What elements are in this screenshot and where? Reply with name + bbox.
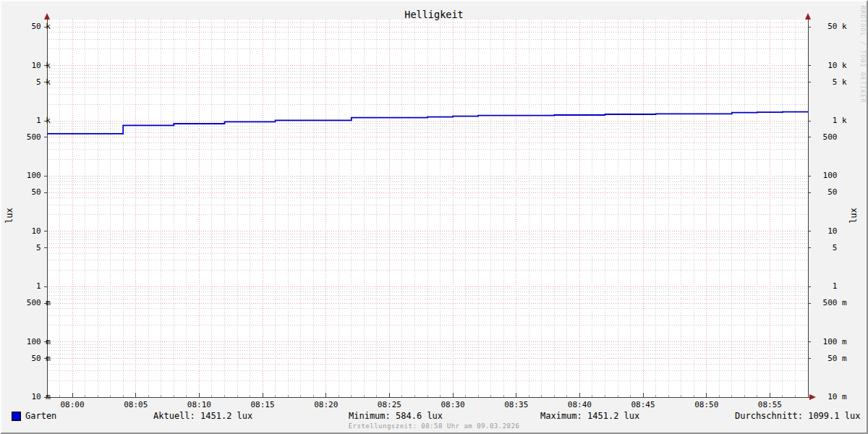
stat-aktuell: Aktuell: 1451.2 lux [153,411,252,421]
stat-durchschnitt: Durchschnitt: 1099.1 lux [735,411,860,421]
legend-color-swatch [12,412,21,421]
rrdtool-graph: Helligkeit lux lux RRDTOOL / TOBI OETIKE… [0,0,868,434]
y-tick-label-left: 50 m [20,354,51,364]
x-tick-label: 08:35 [495,400,538,410]
y-tick-label-left: 5 k [20,77,51,88]
y-tick-label-right: 100 m [818,337,851,347]
x-tick-label: 08:25 [367,400,411,410]
y-tick-label-left: 10 k [20,61,51,71]
y-tick-label-right: 50 [818,187,851,197]
chart-title: Helligkeit [1,9,867,20]
y-tick-label-right: 50 m [818,354,851,364]
stat-maximum-label: Maximum: [540,411,582,421]
stat-minimum-value: 584.6 lux [396,411,443,421]
stat-minimum-label: Minimum: [349,411,391,421]
y-tick-label-right: 5 k [818,77,851,88]
y-tick-label-left: 100 m [20,337,51,347]
x-tick-label: 08:30 [431,400,475,410]
y-tick-label-right: 10 m [818,392,851,402]
stat-durchschnitt-value: 1099.1 lux [808,411,860,421]
legend-and-stats-row: Garten Aktuell: 1451.2 lux Minimum: 584.… [1,410,867,422]
x-tick-label: 08:00 [51,400,94,410]
x-tick-label: 08:55 [748,400,791,410]
y-tick-label-left: 10 m [20,392,51,402]
x-tick-label: 08:45 [621,400,665,410]
y-axis-label-left: lux [5,208,14,224]
y-tick-label-left: 5 [20,243,51,253]
y-tick-label-right: 10 [818,226,851,237]
stat-aktuell-value: 1451.2 lux [200,411,252,421]
y-tick-label-right: 50 k [818,22,851,32]
x-tick-label: 08:50 [685,400,728,410]
x-tick-label: 08:15 [241,400,284,410]
generation-timestamp: Erstellungszeit: 08:58 Uhr am 09.03.2026 [1,422,867,430]
y-tick-label-left: 1 k [20,116,51,126]
y-tick-label-left: 50 [20,187,51,197]
legend-series-label: Garten [25,411,56,421]
y-tick-label-left: 100 [20,171,51,181]
y-tick-label-left: 1 [20,281,51,292]
x-tick-label: 08:10 [177,400,221,410]
x-tick-label: 08:05 [114,400,158,410]
stat-minimum: Minimum: 584.6 lux [349,411,443,421]
y-tick-label-right: 100 [818,171,851,181]
y-tick-label-left: 500 m [20,298,51,308]
y-tick-label-left: 10 [20,226,51,237]
x-tick-label: 08:40 [558,400,601,410]
y-tick-label-right: 1 k [818,116,851,126]
stat-maximum-value: 1451.2 lux [587,411,639,421]
stat-aktuell-label: Aktuell: [153,411,195,421]
y-tick-label-right: 5 [818,243,851,253]
stat-maximum: Maximum: 1451.2 lux [540,411,639,421]
chart-plot-area [0,0,868,434]
stat-durchschnitt-label: Durchschnitt: [735,411,803,421]
y-tick-label-right: 500 m [818,298,851,308]
y-tick-label-right: 1 [818,281,851,292]
y-axis-label-right: lux [849,208,858,224]
x-tick-label: 08:20 [305,400,348,410]
y-tick-label-left: 500 [20,132,51,142]
y-tick-label-left: 50 k [20,22,51,32]
y-tick-label-right: 10 k [818,61,851,71]
y-tick-label-right: 500 [818,132,851,142]
rrdtool-watermark: RRDTOOL / TOBI OETIKER [859,6,866,103]
